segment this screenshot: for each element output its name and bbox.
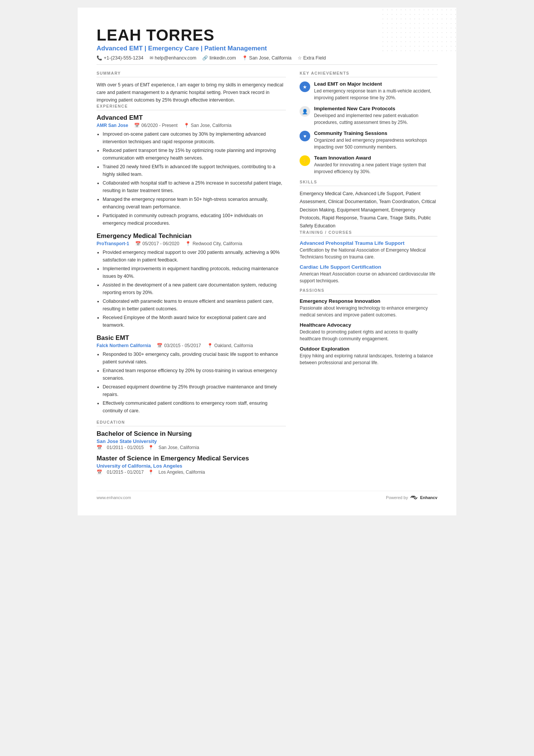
job-dates-2: 📅 03/2015 - 05/2017 (157, 343, 201, 348)
job-title-2: Basic EMT (97, 334, 286, 342)
job-advanced-emt: Advanced EMT AMR San Jose 📅 06/2020 - Pr… (97, 114, 286, 227)
edu-pin-icon-0: 📍 (148, 445, 154, 450)
achievement-content-1: Implemented New Care Protocols Developed… (314, 106, 437, 126)
calendar-icon-0: 📅 (134, 123, 140, 128)
job-bullets-1: Provided emergency medical support to ov… (97, 249, 286, 329)
contact-location: 📍 San Jose, California (242, 55, 292, 61)
achievement-2: ♥ Community Training Sessions Organized … (300, 130, 437, 150)
experience-section: EXPERIENCE Advanced EMT AMR San Jose 📅 0… (97, 104, 286, 415)
edu-calendar-icon-1: 📅 (97, 470, 102, 475)
brand-name: Enhancv (420, 495, 437, 500)
bullet-item: Trained 20 newly hired EMTs in advanced … (103, 163, 286, 178)
achievement-content-2: Community Training Sessions Organized an… (314, 130, 437, 150)
edu-meta-0: 📅 01/2011 - 01/2015 📍 San Jose, Californ… (97, 445, 286, 450)
training-desc-0: Certification by the National Associatio… (300, 247, 437, 260)
bullet-item: Improved on-scene patient care outcomes … (103, 130, 286, 146)
achievement-content-0: Lead EMT on Major Incident Led emergency… (314, 81, 437, 101)
job-basic-emt: Basic EMT Falck Northern California 📅 03… (97, 334, 286, 415)
achievements-section: KEY ACHIEVEMENTS ★ Lead EMT on Major Inc… (300, 71, 437, 175)
location-text: San Jose, California (249, 55, 292, 61)
skills-section: SKILLS Emergency Medical Care, Advanced … (300, 180, 437, 230)
experience-label: EXPERIENCE (97, 104, 286, 110)
achievement-desc-3: Awarded for innovating a new patient tri… (314, 161, 437, 175)
left-column: SUMMARY With over 5 years of EMT experie… (97, 71, 286, 479)
summary-section: SUMMARY With over 5 years of EMT experie… (97, 71, 286, 104)
phone-text: +1-(234)-555-1234 (104, 55, 144, 61)
bullet-item: Effectively communicated patient conditi… (103, 399, 286, 415)
bullet-item: Participated in community outreach progr… (103, 212, 286, 227)
contact-bar: 📞 +1-(234)-555-1234 ✉ help@enhancv.com 🔗… (97, 55, 437, 65)
footer-brand: Powered by Enhancv (386, 495, 437, 500)
achievement-icon-bolt: ⚡ (300, 155, 310, 166)
achievements-label: KEY ACHIEVEMENTS (300, 71, 437, 77)
contact-linkedin: 🔗 linkedin.com (202, 55, 236, 61)
achievement-icon-person: 👤 (300, 106, 310, 117)
bullet-item: Collaborated with paramedic teams to ens… (103, 297, 286, 313)
training-block-1: Cardiac Life Support Certification Ameri… (300, 264, 437, 284)
email-icon: ✉ (150, 55, 153, 61)
passion-title-1: Healthcare Advocacy (300, 322, 437, 328)
training-block-0: Advanced Prehospital Trauma Life Support… (300, 240, 437, 260)
job-bullets-2: Responded to 300+ emergency calls, provi… (97, 351, 286, 415)
passion-title-0: Emergency Response Innovation (300, 298, 437, 304)
training-title-0: Advanced Prehospital Trauma Life Support (300, 240, 437, 246)
job-location-0: 📍 San Jose, California (184, 123, 231, 128)
company-2: Falck Northern California (97, 343, 151, 348)
summary-text: With over 5 years of EMT experience, I a… (97, 81, 286, 104)
powered-by-text: Powered by (386, 495, 408, 500)
edu-block-1: Master of Science in Emergency Medical S… (97, 455, 286, 475)
job-dates-0: 📅 06/2020 - Present (134, 123, 177, 128)
training-label: TRAINING / COURSES (300, 230, 437, 236)
passion-block-1: Healthcare Advocacy Dedicated to promoti… (300, 322, 437, 342)
passion-desc-0: Passionate about leveraging technology t… (300, 305, 437, 318)
job-meta-0: AMR San Jose 📅 06/2020 - Present 📍 San J… (97, 123, 286, 128)
enhancv-logo-svg (410, 495, 418, 500)
achievement-desc-0: Led emergency response team in a multi-v… (314, 88, 437, 101)
bullet-item: Reduced patient transport time by 15% by… (103, 147, 286, 162)
bullet-item: Managed the emergency response team in 5… (103, 196, 286, 211)
achievement-title-2: Community Training Sessions (314, 130, 437, 136)
contact-email: ✉ help@enhancv.com (150, 55, 197, 61)
job-bullets-0: Improved on-scene patient care outcomes … (97, 130, 286, 227)
phone-icon: 📞 (97, 55, 102, 61)
job-title-1: Emergency Medical Technician (97, 232, 286, 240)
achievement-desc-2: Organized and led emergency preparedness… (314, 137, 437, 150)
linkedin-text: linkedin.com (209, 55, 236, 61)
linkedin-icon: 🔗 (202, 55, 208, 61)
edu-pin-icon-1: 📍 (148, 470, 154, 475)
skills-label: SKILLS (300, 180, 437, 186)
training-desc-1: American Heart Association course on adv… (300, 271, 437, 284)
bullet-item: Assisted in the development of a new pat… (103, 281, 286, 296)
achievement-desc-1: Developed and implemented new patient ev… (314, 112, 437, 126)
job-title-0: Advanced EMT (97, 114, 286, 122)
passion-desc-2: Enjoy hiking and exploring natural lands… (300, 352, 437, 366)
edu-degree-0: Bachelor of Science in Nursing (97, 430, 286, 438)
job-emt: Emergency Medical Technician ProTranspor… (97, 232, 286, 329)
bullet-item: Implemented improvements in equipment ha… (103, 265, 286, 280)
bullet-item: Responded to 300+ emergency calls, provi… (103, 351, 286, 366)
achievement-title-1: Implemented New Care Protocols (314, 106, 437, 111)
contact-extra: ☆ Extra Field (298, 55, 326, 61)
passion-block-0: Emergency Response Innovation Passionate… (300, 298, 437, 318)
bullet-item: Decreased equipment downtime by 25% thro… (103, 383, 286, 398)
education-label: EDUCATION (97, 420, 286, 426)
pin-icon-2: 📍 (207, 343, 213, 348)
calendar-icon-1: 📅 (135, 241, 141, 246)
location-icon: 📍 (242, 55, 248, 61)
education-section: EDUCATION Bachelor of Science in Nursing… (97, 420, 286, 475)
pin-icon-0: 📍 (184, 123, 189, 128)
summary-label: SUMMARY (97, 71, 286, 77)
passion-block-2: Outdoor Exploration Enjoy hiking and exp… (300, 346, 437, 366)
bullet-item: Provided emergency medical support to ov… (103, 249, 286, 264)
bullet-item: Collaborated with hospital staff to achi… (103, 179, 286, 194)
job-dates-1: 📅 05/2017 - 06/2020 (135, 241, 179, 246)
extra-icon: ☆ (298, 55, 302, 61)
job-location-1: 📍 Redwood City, California (185, 241, 242, 246)
achievement-1: 👤 Implemented New Care Protocols Develop… (300, 106, 437, 126)
achievement-title-3: Team Innovation Award (314, 155, 437, 161)
achievement-icon-star: ★ (300, 81, 310, 92)
company-0: AMR San Jose (97, 123, 128, 128)
edu-institution-1: University of California, Los Angeles (97, 463, 286, 469)
edu-degree-1: Master of Science in Emergency Medical S… (97, 455, 286, 462)
footer-website: www.enhancv.com (97, 495, 131, 500)
